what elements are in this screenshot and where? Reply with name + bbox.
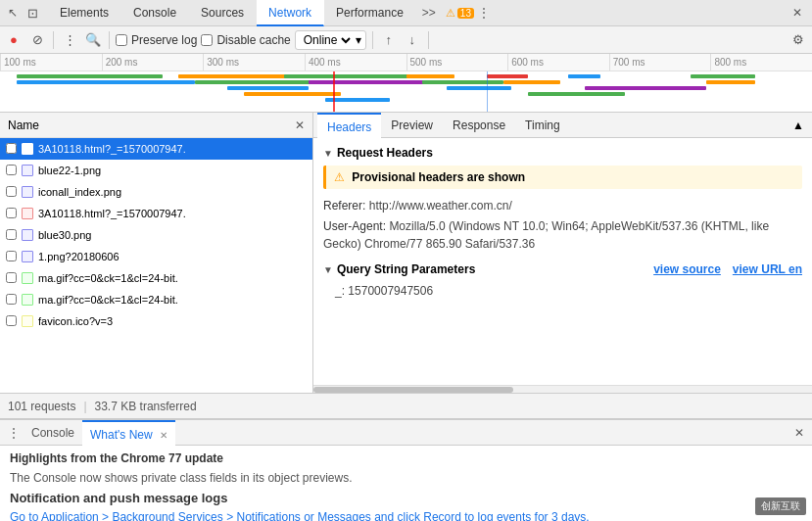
file-checkbox-6[interactable]: [6, 272, 17, 283]
collapse-arrow-icon: ▼: [323, 148, 333, 159]
toolbar-separator-3: [372, 31, 373, 49]
record-button[interactable]: ●: [4, 30, 24, 50]
file-name-1: blue22-1.png: [38, 165, 101, 176]
file-checkbox-1[interactable]: [6, 165, 17, 175]
bottom-dots-icon[interactable]: ⋮: [4, 426, 24, 440]
whatsnew-label: What's New: [90, 428, 153, 442]
tick-800: 800 ms: [710, 54, 812, 71]
status-bar: 101 requests | 33.7 KB transferred: [0, 393, 812, 418]
search-button[interactable]: 🔍: [83, 30, 103, 50]
file-item-3[interactable]: 3A10118.html?_=1570007947.: [0, 203, 312, 224]
file-type-icon-3: [22, 208, 33, 219]
file-type-icon-7: [22, 294, 33, 306]
file-name-7: ma.gif?cc=0&ck=1&cl=24-bit.: [38, 294, 178, 306]
red-timeline-line: [333, 71, 335, 113]
query-header[interactable]: ▼ Query String Parameters view source vi…: [323, 262, 802, 276]
detail-content[interactable]: ▼ Request Headers ⚠ Provisional headers …: [313, 138, 812, 385]
file-item-4[interactable]: blue30.png: [0, 224, 312, 246]
bottom-content: Highlights from the Chrome 77 update The…: [0, 446, 812, 521]
file-name-2: iconall_index.png: [38, 186, 121, 198]
more-options-icon[interactable]: ⋮: [474, 6, 494, 20]
view-url-link[interactable]: view URL en: [733, 262, 802, 276]
file-checkbox-4[interactable]: [6, 229, 17, 240]
toolbar-separator-1: [53, 31, 54, 49]
file-name-0: 3A10118.html?_=1570007947.: [38, 143, 186, 155]
provisional-warning: ⚠ Provisional headers are shown: [323, 166, 802, 189]
tab-performance[interactable]: Performance: [324, 0, 416, 26]
close-filter-icon[interactable]: ✕: [295, 118, 305, 132]
file-item-8[interactable]: favicon.ico?v=3: [0, 310, 312, 332]
file-checkbox-2[interactable]: [6, 186, 17, 197]
tab-timing[interactable]: Timing: [515, 113, 570, 138]
scrollbar-thumb: [313, 387, 513, 393]
filter-button[interactable]: ⋮: [60, 30, 79, 50]
user-agent-val: Mozilla/5.0 (Windows NT 10.0; Win64; App…: [323, 219, 769, 251]
horizontal-scrollbar[interactable]: [313, 385, 812, 393]
close-whatsnew-icon[interactable]: ✕: [160, 430, 167, 441]
notif-link-text[interactable]: Go to Application > Background Services …: [10, 508, 802, 521]
timeline-ruler: 100 ms 200 ms 300 ms 400 ms 500 ms 600 m…: [0, 54, 812, 71]
file-type-icon-0: [22, 143, 33, 155]
file-checkbox-7[interactable]: [6, 294, 17, 305]
tab-response[interactable]: Response: [443, 113, 515, 138]
disable-cache-group[interactable]: Disable cache: [201, 33, 290, 47]
file-list: 3A10118.html?_=1570007947. blue22-1.png …: [0, 138, 312, 393]
tab-headers[interactable]: Headers: [317, 113, 381, 138]
query-arrow-icon: ▼: [323, 264, 333, 275]
file-checkbox-5[interactable]: [6, 251, 17, 261]
bottom-tab-whatsnew[interactable]: What's New ✕: [82, 420, 175, 446]
cursor-icon[interactable]: ↖: [4, 4, 22, 23]
console-text: The Console now shows private class fiel…: [10, 469, 802, 487]
disable-cache-checkbox[interactable]: [201, 34, 213, 46]
close-devtools-button[interactable]: ✕: [787, 6, 808, 20]
query-param-row: _: 1570007947506: [323, 282, 802, 300]
export-har-button[interactable]: ↓: [403, 30, 422, 50]
preserve-log-label: Preserve log: [131, 33, 197, 47]
inspect-icon[interactable]: ⊡: [24, 4, 42, 23]
file-checkbox-3[interactable]: [6, 208, 17, 218]
preserve-log-group[interactable]: Preserve log: [116, 33, 197, 47]
settings-button[interactable]: ⚙: [788, 30, 808, 50]
stop-button[interactable]: ⊘: [27, 30, 47, 50]
file-panel-header: Name ✕: [0, 113, 312, 138]
status-sep: |: [83, 400, 86, 413]
request-headers-header[interactable]: ▼ Request Headers: [323, 146, 802, 160]
file-checkbox-0[interactable]: [6, 143, 17, 154]
bottom-panel: ⋮ Console What's New ✕ ✕ Highlights from…: [0, 418, 812, 521]
preserve-log-checkbox[interactable]: [116, 34, 127, 46]
tab-overflow[interactable]: >>: [416, 6, 442, 20]
tick-200: 200 ms: [102, 54, 204, 71]
bottom-tab-console[interactable]: Console: [24, 420, 82, 446]
file-item-1[interactable]: blue22-1.png: [0, 160, 312, 181]
file-item-7[interactable]: ma.gif?cc=0&ck=1&cl=24-bit.: [0, 289, 312, 310]
online-select[interactable]: Online ▾: [295, 30, 366, 50]
tab-elements[interactable]: Elements: [48, 0, 121, 26]
file-item-5[interactable]: 1.png?20180606: [0, 246, 312, 267]
file-item-2[interactable]: iconall_index.png: [0, 181, 312, 203]
file-name-4: blue30.png: [38, 229, 91, 241]
file-panel: Name ✕ 3A10118.html?_=1570007947. blue22…: [0, 113, 313, 393]
file-checkbox-8[interactable]: [6, 315, 17, 326]
scroll-up-icon[interactable]: ▲: [788, 118, 808, 132]
tab-console[interactable]: Console: [121, 0, 189, 26]
detail-panel: Headers Preview Response Timing ▲ ▼ Requ…: [313, 113, 812, 393]
detail-tabs: Headers Preview Response Timing ▲: [313, 113, 812, 138]
tab-sources[interactable]: Sources: [189, 0, 257, 26]
network-bars: [0, 71, 812, 113]
close-bottom-panel-button[interactable]: ✕: [790, 426, 808, 440]
transfer-size: 33.7 KB transferred: [95, 400, 197, 413]
tab-network[interactable]: Network: [257, 0, 324, 26]
tick-300: 300 ms: [203, 54, 305, 71]
warning-count: 13: [457, 8, 474, 19]
tick-700: 700 ms: [609, 54, 711, 71]
file-type-icon-8: [22, 315, 33, 327]
file-item-6[interactable]: ma.gif?cc=0&ck=1&cl=24-bit.: [0, 267, 312, 289]
import-har-button[interactable]: ↑: [379, 30, 399, 50]
timeline-content[interactable]: [0, 71, 812, 113]
devtools-tab-bar: ↖ ⊡ Elements Console Sources Network Per…: [0, 0, 812, 26]
view-source-link[interactable]: view source: [653, 262, 721, 276]
tab-preview[interactable]: Preview: [381, 113, 443, 138]
throttle-select[interactable]: Online: [300, 32, 354, 48]
file-item-0[interactable]: 3A10118.html?_=1570007947.: [0, 138, 312, 160]
query-section: ▼ Query String Parameters view source vi…: [323, 262, 802, 300]
